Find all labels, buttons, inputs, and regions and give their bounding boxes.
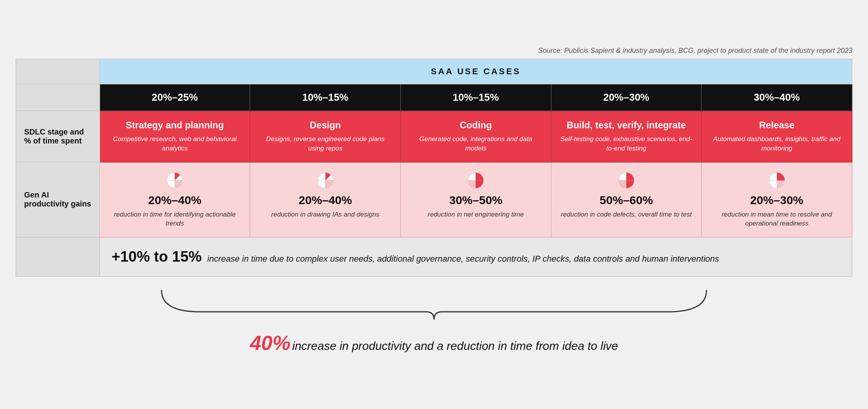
main-container: Source: Publicis Sapient & industry anal… xyxy=(16,47,852,362)
source-text: Source: Publicis Sapient & industry anal… xyxy=(16,47,852,55)
gains-desc-1: reduction in drawing IAs and designs xyxy=(271,211,380,218)
gains-row: Gen AI productivity gains 20%–40% reduct… xyxy=(16,162,852,238)
pct-cell-2: 10%–15% xyxy=(401,84,551,111)
gains-cell-1: 20%–40% reduction in drawing IAs and des… xyxy=(250,162,401,238)
sdlc-cell-3: Build, test, verify, integrate Self-test… xyxy=(551,111,702,162)
summary-row: +10% to 15% increase in time due to comp… xyxy=(16,237,852,276)
stage-desc-3: Self-testing code, exhaustive scenarios,… xyxy=(561,135,692,152)
stage-title-3: Build, test, verify, integrate xyxy=(559,120,694,131)
gains-cell-0: 20%–40% reduction in time for identifyin… xyxy=(100,162,250,238)
pie-icon-1 xyxy=(257,171,393,190)
brace-svg xyxy=(123,288,745,320)
summary-label-cell xyxy=(16,237,100,276)
summary-text: +10% to 15% increase in time due to comp… xyxy=(112,252,719,264)
pct-cell-0: 20%–25% xyxy=(100,84,250,111)
main-table: SAA USE CASES 20%–25% 10%–15% 10%–15% 20… xyxy=(16,59,852,277)
gains-pct-4: 20%–30% xyxy=(709,194,845,207)
stage-desc-0: Competitive research, web and behavioral… xyxy=(113,135,237,152)
gains-desc-4: reduction in mean time to resolve and op… xyxy=(722,211,832,227)
pct-cell-1: 10%–15% xyxy=(250,84,401,111)
gains-pct-3: 50%–60% xyxy=(559,194,694,207)
gains-row-label: Gen AI productivity gains xyxy=(16,162,100,238)
final-text-area: 40% increase in productivity and a reduc… xyxy=(16,327,852,362)
sdlc-row: SDLC stage and % of time spent Strategy … xyxy=(16,111,852,162)
final-pct: 40% xyxy=(250,332,290,354)
gains-pct-0: 20%–40% xyxy=(107,194,243,207)
sdlc-cell-1: Design Designs, reverse engineered code … xyxy=(250,111,401,162)
pct-label-cell xyxy=(16,84,100,111)
sdlc-cell-0: Strategy and planning Competitive resear… xyxy=(100,111,250,162)
gains-cell-3: 50%–60% reduction in code defects, overa… xyxy=(551,162,702,238)
gains-cell-4: 20%–30% reduction in mean time to resolv… xyxy=(701,162,852,238)
pct-cell-3: 20%–30% xyxy=(551,84,702,111)
pct-cell-4: 30%–40% xyxy=(701,84,852,111)
summary-big-num: +10% to 15% xyxy=(112,248,202,265)
stage-title-0: Strategy and planning xyxy=(107,120,243,131)
brace-area xyxy=(16,277,852,327)
saa-header-row: SAA USE CASES xyxy=(16,59,852,84)
pie-icon-2 xyxy=(408,171,544,190)
summary-cell: +10% to 15% increase in time due to comp… xyxy=(100,237,852,276)
pie-icon-3 xyxy=(559,171,694,190)
pie-icon-4 xyxy=(709,171,845,190)
stage-title-2: Coding xyxy=(408,120,544,131)
saa-header-cell: SAA USE CASES xyxy=(100,59,852,84)
corner-cell xyxy=(16,59,100,84)
stage-desc-2: Generated code, integrations and data mo… xyxy=(419,135,532,152)
stage-desc-4: Automated dashboards, insights, traffic … xyxy=(713,135,840,152)
sdlc-row-label: SDLC stage and % of time spent xyxy=(16,111,100,162)
gains-desc-0: reduction in time for identifying action… xyxy=(114,211,236,227)
gains-pct-2: 30%–50% xyxy=(408,194,544,207)
sdlc-cell-4: Release Automated dashboards, insights, … xyxy=(701,111,852,162)
stage-desc-1: Designs, reverse engineered code plans u… xyxy=(266,135,385,152)
summary-desc: increase in time due to complex user nee… xyxy=(207,254,719,264)
stage-title-1: Design xyxy=(257,120,393,131)
pie-icon-0 xyxy=(107,171,243,190)
stage-title-4: Release xyxy=(709,120,845,131)
pct-row: 20%–25% 10%–15% 10%–15% 20%–30% 30%–40% xyxy=(16,84,852,111)
gains-cell-2: 30%–50% reduction in net engineering tim… xyxy=(401,162,551,238)
final-desc: increase in productivity and a reduction… xyxy=(292,339,618,352)
gains-pct-1: 20%–40% xyxy=(257,194,393,207)
sdlc-cell-2: Coding Generated code, integrations and … xyxy=(401,111,551,162)
gains-desc-2: reduction in net engineering time xyxy=(428,211,524,218)
gains-desc-3: reduction in code defects, overall time … xyxy=(561,211,692,218)
